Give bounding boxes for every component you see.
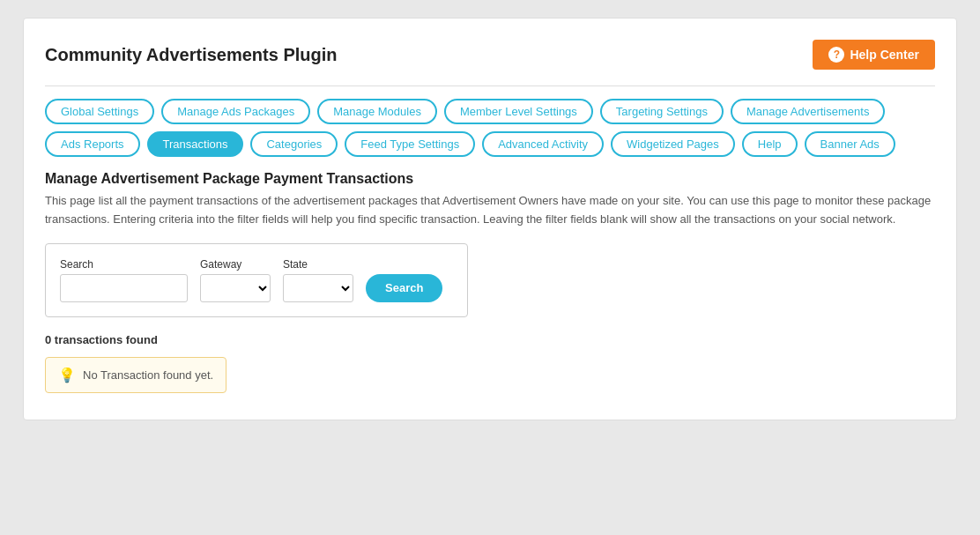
help-center-button[interactable]: ? Help Center (813, 40, 935, 70)
transactions-count: 0 transactions found (45, 333, 935, 346)
gateway-field: Gateway (200, 258, 271, 302)
section-description: This page list all the payment transacti… (45, 192, 935, 229)
nav-tab-manage-modules[interactable]: Manage Modules (317, 99, 437, 124)
filter-row: Search Gateway State Search (60, 258, 453, 302)
nav-tab-targeting-settings[interactable]: Targeting Settings (600, 99, 724, 124)
page-title: Community Advertisements Plugin (45, 45, 338, 65)
state-field: State (283, 258, 353, 302)
nav-tab-ads-reports[interactable]: Ads Reports (45, 131, 140, 157)
filter-box: Search Gateway State Search (45, 243, 468, 317)
help-circle-icon: ? (828, 47, 844, 63)
nav-tab-manage-advertisements[interactable]: Manage Advertisements (731, 99, 885, 124)
state-label: State (283, 258, 353, 271)
nav-tab-banner-ads[interactable]: Banner Ads (805, 131, 895, 157)
nav-tab-global-settings[interactable]: Global Settings (45, 99, 154, 124)
nav-tab-manage-ads-packages[interactable]: Manage Ads Packages (161, 99, 310, 124)
header-row: Community Advertisements Plugin ? Help C… (45, 40, 935, 70)
search-button[interactable]: Search (366, 274, 442, 302)
bulb-icon: 💡 (58, 367, 76, 383)
section-title: Manage Advertisement Package Payment Tra… (45, 171, 935, 187)
search-field: Search (60, 258, 188, 302)
no-transaction-box: 💡 No Transaction found yet. (45, 357, 226, 393)
nav-tab-help[interactable]: Help (742, 131, 798, 157)
no-transaction-message: No Transaction found yet. (83, 368, 213, 382)
nav-tab-categories[interactable]: Categories (250, 131, 338, 157)
search-label: Search (60, 258, 188, 271)
nav-tab-feed-type-settings[interactable]: Feed Type Settings (345, 131, 475, 157)
search-input[interactable] (60, 274, 188, 302)
header-divider (45, 85, 935, 86)
nav-tab-widgetized-pages[interactable]: Widgetized Pages (611, 131, 735, 157)
nav-tabs: Global SettingsManage Ads PackagesManage… (45, 99, 935, 157)
nav-tab-member-level-settings[interactable]: Member Level Settings (444, 99, 593, 124)
state-select[interactable] (283, 274, 353, 302)
gateway-label: Gateway (200, 258, 271, 271)
main-container: Community Advertisements Plugin ? Help C… (23, 18, 957, 420)
nav-tab-transactions[interactable]: Transactions (147, 131, 244, 157)
nav-tab-advanced-activity[interactable]: Advanced Activity (482, 131, 604, 157)
gateway-select[interactable] (200, 274, 271, 302)
